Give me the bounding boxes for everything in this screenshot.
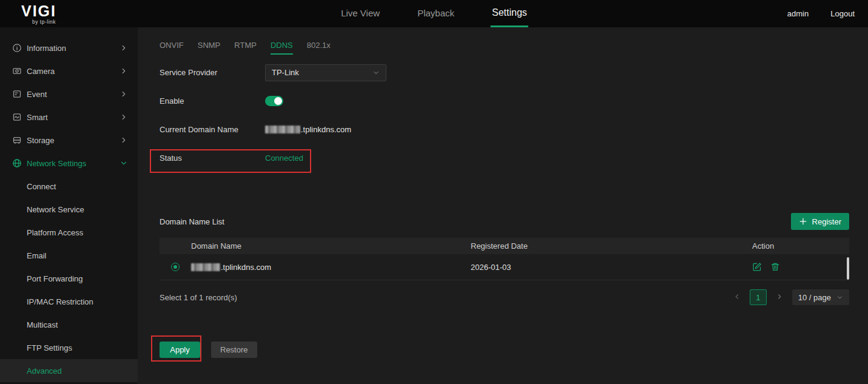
sidebar: Information Camera Event (0, 27, 138, 384)
apply-button[interactable]: Apply (160, 342, 200, 358)
topbar-right: admin Logout (787, 9, 855, 18)
vigi-logo: VIGI by tp-link (21, 4, 56, 25)
restore-button[interactable]: Restore (211, 342, 257, 358)
tab-onvif[interactable]: ONVIF (160, 41, 184, 55)
chevron-down-icon (836, 294, 843, 301)
edit-button[interactable] (752, 262, 762, 272)
next-page-button[interactable] (775, 292, 784, 302)
sidebar-subitem-ip-mac-restriction[interactable]: IP/MAC Restriction (0, 290, 138, 313)
sidebar-item-information[interactable]: Information (0, 36, 138, 59)
service-provider-value: TP-Link (272, 68, 299, 77)
tab-ddns[interactable]: DDNS (271, 41, 293, 55)
chevron-down-icon (119, 159, 128, 167)
ddns-form: Service Provider TP-Link Enable Current … (160, 58, 849, 172)
page-size-select[interactable]: 10 / page (792, 289, 849, 305)
page-size-value: 10 / page (798, 293, 831, 302)
table-scrollbar[interactable] (847, 257, 849, 280)
sidebar-subitem-port-forwarding[interactable]: Port Forwarding (0, 267, 138, 290)
top-navigation: Live View Playback Settings (340, 0, 528, 27)
domain-suffix: .tplinkdns.com (221, 263, 271, 272)
edit-icon (752, 262, 762, 272)
row-action-cell (752, 262, 849, 272)
row-registered-date: 2026-01-03 (471, 263, 752, 272)
service-provider-row: Service Provider TP-Link (160, 58, 849, 87)
current-domain-row: Current Domain Name .tplinkdns.com (160, 115, 849, 144)
sidebar-item-label: Network Settings (27, 159, 119, 168)
current-domain-value: .tplinkdns.com (265, 125, 351, 134)
domain-list-title: Domain Name List (160, 217, 224, 226)
masked-domain-prefix (265, 126, 300, 133)
prev-page-button[interactable] (732, 292, 742, 302)
tab-snmp[interactable]: SNMP (198, 41, 221, 55)
nav-settings[interactable]: Settings (491, 0, 528, 27)
sidebar-item-label: Smart (27, 113, 119, 122)
row-domain-cell: .tplinkdns.com (191, 263, 471, 272)
event-icon (12, 89, 22, 99)
enable-toggle[interactable] (265, 96, 283, 106)
plus-icon (799, 217, 807, 226)
delete-button[interactable] (770, 262, 780, 272)
logo-text: VIGI (21, 4, 56, 19)
sidebar-item-label: Information (27, 44, 119, 53)
sidebar-item-label: Event (27, 90, 119, 99)
register-button-label: Register (812, 217, 841, 226)
column-header-action: Action (752, 241, 849, 251)
topbar: VIGI by tp-link Live View Playback Setti… (0, 0, 868, 27)
table-header-row: Domain Name Registered Date Action (160, 238, 849, 254)
nav-live-view[interactable]: Live View (340, 0, 381, 27)
sidebar-subitem-ftp-settings[interactable]: FTP Settings (0, 336, 138, 359)
nav-playback[interactable]: Playback (416, 0, 456, 27)
settings-tabs: ONVIF SNMP RTMP DDNS 802.1x (160, 27, 849, 55)
domain-suffix: .tplinkdns.com (301, 125, 351, 134)
network-icon (12, 158, 22, 168)
chevron-left-icon (733, 292, 741, 301)
row-radio-selected[interactable] (171, 263, 180, 271)
pagination: 1 10 / page (732, 289, 849, 305)
page: VIGI by tp-link Live View Playback Setti… (0, 0, 868, 384)
column-header-domain-name: Domain Name (191, 241, 471, 251)
chevron-right-icon (775, 292, 784, 301)
sidebar-item-storage[interactable]: Storage (0, 129, 138, 152)
enable-label: Enable (160, 96, 265, 106)
smart-icon (12, 112, 22, 122)
column-header-registered-date: Registered Date (471, 241, 752, 251)
sidebar-item-label: Storage (27, 136, 119, 145)
sidebar-subitem-multicast[interactable]: Multicast (0, 313, 138, 336)
storage-icon (12, 135, 22, 145)
tab-8021x[interactable]: 802.1x (307, 41, 331, 55)
tab-rtmp[interactable]: RTMP (234, 41, 257, 55)
domain-table: Domain Name Registered Date Action .tpli… (160, 238, 849, 280)
enable-row: Enable (160, 87, 849, 115)
sidebar-item-network-settings[interactable]: Network Settings (0, 152, 138, 175)
sidebar-subitem-platform-access[interactable]: Platform Access (0, 221, 138, 244)
sidebar-item-smart[interactable]: Smart (0, 106, 138, 129)
username-label[interactable]: admin (787, 9, 809, 18)
chevron-down-icon (372, 69, 380, 76)
sidebar-subitem-email[interactable]: Email (0, 244, 138, 267)
table-row: .tplinkdns.com 2026-01-03 (160, 254, 849, 280)
sidebar-subitem-advanced[interactable]: Advanced (0, 359, 138, 382)
camera-icon (12, 66, 22, 76)
register-button[interactable]: Register (791, 213, 849, 230)
logout-button[interactable]: Logout (830, 9, 855, 18)
sidebar-item-camera[interactable]: Camera (0, 59, 138, 83)
page-number-button[interactable]: 1 (750, 289, 767, 305)
form-actions: Apply Restore (160, 342, 849, 358)
service-provider-select[interactable]: TP-Link (265, 64, 386, 81)
sidebar-subitem-connect[interactable]: Connect (0, 175, 138, 198)
masked-domain-prefix (191, 263, 220, 271)
chevron-right-icon (119, 44, 128, 52)
sidebar-item-event[interactable]: Event (0, 83, 138, 106)
status-row: Status Connected (160, 144, 849, 172)
chevron-right-icon (119, 136, 128, 144)
chevron-right-icon (119, 113, 128, 121)
status-value: Connected (265, 153, 303, 163)
row-radio-cell (160, 263, 191, 271)
chevron-right-icon (119, 90, 128, 98)
info-icon (12, 43, 22, 53)
record-summary: Select 1 of 1 record(s) (160, 293, 237, 302)
sidebar-subitem-network-service[interactable]: Network Service (0, 198, 138, 221)
status-label: Status (160, 153, 265, 163)
toggle-knob (274, 97, 282, 105)
main-content: ONVIF SNMP RTMP DDNS 802.1x Service Prov… (138, 27, 868, 384)
